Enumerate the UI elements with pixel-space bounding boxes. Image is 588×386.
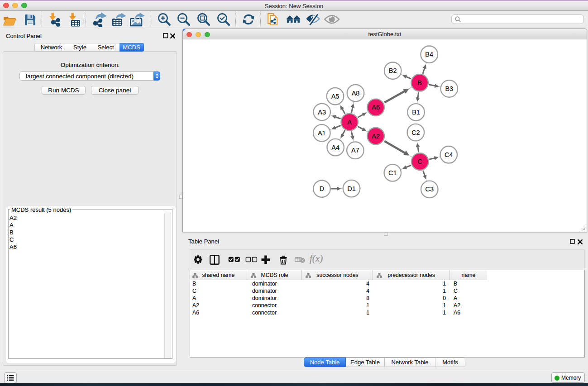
svg-text:C: C: [418, 158, 422, 165]
svg-text:C3: C3: [425, 186, 434, 193]
svg-text:C4: C4: [445, 151, 453, 158]
svg-text:B2: B2: [389, 67, 397, 74]
svg-text:B1: B1: [412, 109, 420, 116]
svg-text:A6: A6: [372, 104, 380, 111]
svg-text:A3: A3: [318, 109, 326, 116]
svg-text:A5: A5: [331, 93, 339, 100]
svg-text:A1: A1: [318, 129, 326, 137]
svg-text:A2: A2: [372, 133, 380, 140]
svg-text:A: A: [347, 119, 352, 126]
svg-text:A8: A8: [352, 90, 360, 97]
svg-text:B4: B4: [425, 51, 433, 58]
svg-text:D: D: [320, 185, 324, 192]
svg-text:C2: C2: [411, 129, 420, 136]
svg-text:A7: A7: [351, 147, 359, 154]
svg-text:C1: C1: [388, 169, 397, 176]
svg-text:A4: A4: [331, 144, 339, 151]
svg-text:D1: D1: [347, 185, 356, 192]
svg-text:B3: B3: [445, 85, 453, 92]
svg-text:B: B: [417, 79, 422, 86]
